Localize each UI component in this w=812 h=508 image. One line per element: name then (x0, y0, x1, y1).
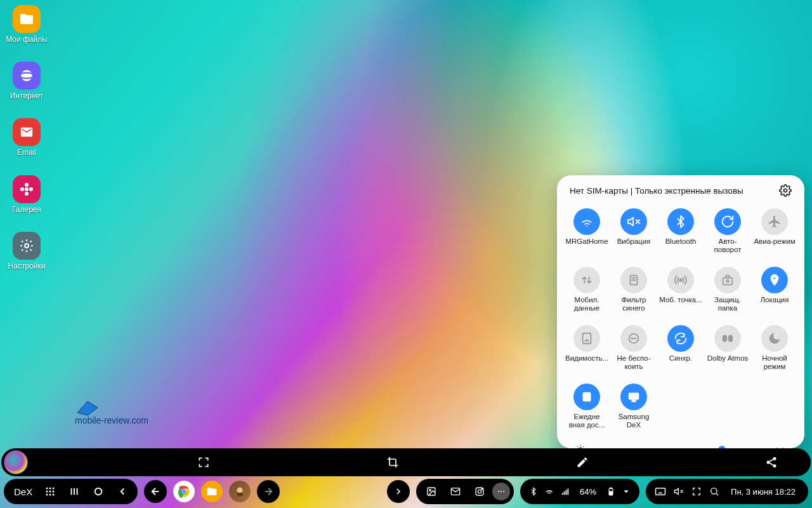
svg-rect-58 (562, 493, 563, 495)
status-wifi-icon (544, 486, 554, 497)
qs-tile-rotate[interactable]: Авто-поворот (705, 204, 750, 259)
fullscreen-icon[interactable] (190, 448, 218, 476)
svg-rect-17 (723, 335, 727, 342)
qs-tile-visibility[interactable]: Видимость... (565, 321, 609, 376)
dex-button[interactable]: DeX (8, 486, 37, 497)
airplane-icon (761, 208, 788, 235)
app-myfiles[interactable] (201, 481, 223, 502)
history-forward-button[interactable] (257, 480, 280, 503)
rotate-icon (714, 208, 741, 235)
svg-rect-59 (564, 491, 565, 495)
svg-point-57 (503, 491, 504, 492)
bluefilter-icon (620, 267, 647, 293)
keyboard-icon[interactable] (655, 487, 666, 496)
qs-tile-dnd[interactable]: Не беспо-коить (612, 321, 656, 376)
taskbar: DeX 64% (0, 478, 812, 505)
qs-tile-location[interactable]: Локация (752, 263, 797, 318)
mute-icon[interactable] (674, 486, 684, 497)
qs-tile-label: Мобил. данные (565, 296, 608, 314)
svg-point-34 (46, 494, 48, 496)
desktop-icon-email[interactable]: Email (4, 118, 49, 157)
qs-tile-mobiledata[interactable]: Мобил. данные (565, 263, 609, 318)
qs-tile-dex[interactable]: Samsung DeX (612, 380, 656, 434)
desktop-icon-settings[interactable]: Настройки (4, 232, 49, 271)
app-drawer-icon[interactable] (39, 480, 62, 503)
svg-point-45 (183, 490, 185, 493)
qs-tile-night[interactable]: Ночной режим (752, 321, 797, 376)
share-icon[interactable] (757, 448, 785, 476)
qs-tile-vibrate[interactable]: Вибрация (612, 204, 656, 259)
svg-point-31 (46, 491, 48, 493)
svg-point-29 (49, 488, 51, 490)
desktop-icon-label: Настройки (8, 262, 46, 271)
svg-point-55 (498, 491, 499, 492)
qs-tile-label: Защищ. папка (706, 296, 749, 314)
svg-point-10 (679, 279, 682, 281)
qs-tile-dolby[interactable]: Dolby Atmos (705, 321, 750, 376)
svg-point-6 (29, 187, 33, 191)
back-button[interactable] (111, 480, 134, 503)
qs-tile-bluefilter[interactable]: Фильтр синего (612, 263, 656, 318)
qs-tile-secfolder[interactable]: Защищ. папка (705, 263, 750, 318)
quick-settings-grid: MRGatHomeВибрацияBluetoothАвто-поворотАв… (563, 202, 798, 437)
qs-tile-bluetooth[interactable]: Bluetooth (658, 204, 703, 259)
svg-rect-66 (656, 488, 665, 495)
dolby-icon (714, 325, 741, 352)
svg-point-0 (21, 70, 32, 81)
status-cluster[interactable]: 64% (520, 479, 639, 504)
screenshot-icon[interactable] (691, 486, 702, 497)
qs-tile-label: Синхр. (669, 354, 692, 372)
tray-mail-icon[interactable] (444, 480, 467, 503)
dnd-icon (620, 325, 647, 352)
qs-tile-label: Видимость... (565, 354, 608, 372)
svg-marker-65 (624, 490, 629, 493)
desktop-icon-label: Мои файлы (6, 36, 48, 44)
desktop-icons: Мои файлыИнтернетEmailГалереяНастройки (4, 5, 49, 271)
desktop-icon-label: Email (17, 149, 36, 157)
tray-instagram-icon[interactable] (468, 480, 491, 503)
gear-icon (13, 232, 41, 260)
desktop-icon-files[interactable]: Мои файлы (4, 5, 49, 44)
crop-icon[interactable] (379, 448, 407, 476)
settings-gear-icon[interactable] (779, 184, 792, 197)
recents-button[interactable] (63, 480, 86, 503)
qs-tile-label: Ежедне вная дос... (565, 413, 608, 431)
svg-point-33 (53, 491, 55, 493)
status-signal-icon (561, 487, 570, 496)
svg-rect-60 (566, 490, 567, 495)
search-icon[interactable] (709, 486, 719, 497)
desktop-icon-internet[interactable]: Интернет (4, 62, 49, 100)
svg-point-5 (20, 187, 24, 191)
svg-point-54 (481, 489, 482, 490)
svg-point-56 (501, 491, 502, 492)
edit-pencil-icon[interactable] (568, 448, 596, 476)
svg-point-7 (25, 244, 29, 248)
qs-tile-sync[interactable]: Синхр. (658, 321, 703, 376)
night-icon (761, 325, 788, 352)
dex-icon (620, 384, 647, 410)
expand-tray-button[interactable] (387, 480, 410, 503)
history-back-button[interactable] (144, 480, 167, 503)
tray-gallery-icon[interactable] (420, 480, 443, 503)
sync-icon (667, 325, 694, 352)
qs-tile-briefing[interactable]: Ежедне вная дос... (565, 380, 609, 434)
svg-point-32 (49, 491, 51, 493)
svg-point-12 (726, 280, 729, 283)
svg-rect-20 (584, 394, 589, 396)
qs-tile-wifi[interactable]: MRGatHome (565, 204, 609, 259)
tray-more-icon[interactable] (492, 483, 510, 500)
svg-rect-21 (584, 397, 589, 398)
qs-tile-airplane[interactable]: Авиа-режим (752, 204, 797, 259)
datetime-text[interactable]: Пн, 3 июня 18:22 (727, 487, 799, 497)
desktop-icon-gallery[interactable]: Галерея (4, 175, 49, 214)
screenshot-thumbnail[interactable] (4, 450, 28, 474)
svg-point-35 (49, 494, 51, 496)
app-chrome[interactable] (173, 481, 195, 502)
status-dropdown-icon[interactable] (622, 487, 631, 496)
svg-point-53 (478, 490, 481, 493)
home-button[interactable] (87, 480, 110, 503)
qs-tile-label: Авто-поворот (706, 237, 749, 255)
app-game[interactable] (229, 481, 251, 502)
qs-tile-hotspot[interactable]: Моб. точка... (658, 263, 703, 318)
briefing-icon (573, 384, 600, 410)
